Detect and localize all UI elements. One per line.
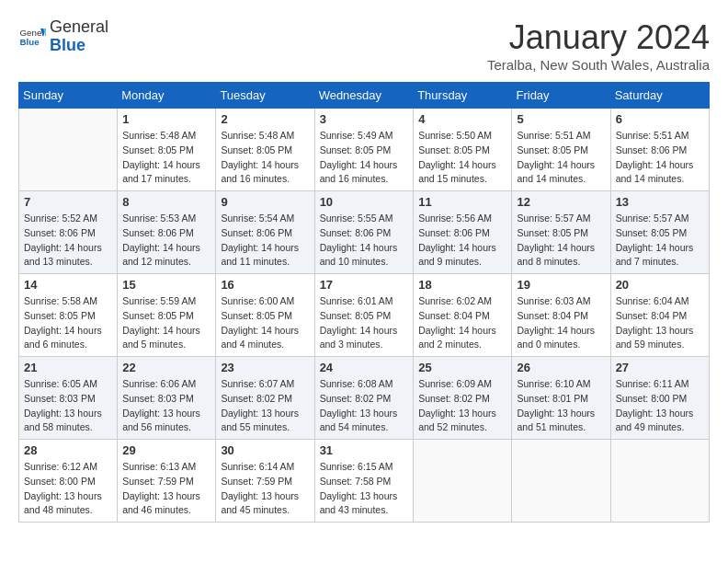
- calendar-cell: 16Sunrise: 6:00 AMSunset: 8:05 PMDayligh…: [216, 274, 314, 357]
- svg-text:Blue: Blue: [20, 37, 40, 47]
- calendar-cell: 24Sunrise: 6:08 AMSunset: 8:02 PMDayligh…: [314, 357, 414, 440]
- day-info: Sunrise: 5:48 AMSunset: 8:05 PMDaylight:…: [122, 129, 210, 187]
- calendar-cell: 18Sunrise: 6:02 AMSunset: 8:04 PMDayligh…: [414, 274, 512, 357]
- day-number: 21: [24, 361, 112, 374]
- calendar-cell: 7Sunrise: 5:52 AMSunset: 8:06 PMDaylight…: [19, 191, 118, 274]
- calendar-cell: 23Sunrise: 6:07 AMSunset: 8:02 PMDayligh…: [216, 357, 314, 440]
- day-info: Sunrise: 6:05 AMSunset: 8:03 PMDaylight:…: [24, 377, 112, 435]
- calendar-cell: 20Sunrise: 6:04 AMSunset: 8:04 PMDayligh…: [610, 274, 709, 357]
- day-info: Sunrise: 6:11 AMSunset: 8:00 PMDaylight:…: [616, 377, 704, 435]
- logo-general: General: [50, 17, 108, 36]
- day-number: 20: [616, 278, 704, 292]
- day-info: Sunrise: 6:06 AMSunset: 8:03 PMDaylight:…: [122, 377, 210, 435]
- col-thursday: Thursday: [414, 83, 512, 109]
- calendar-week-row: 1Sunrise: 5:48 AMSunset: 8:05 PMDaylight…: [19, 109, 710, 191]
- day-info: Sunrise: 5:51 AMSunset: 8:06 PMDaylight:…: [616, 129, 704, 187]
- calendar-cell: 10Sunrise: 5:55 AMSunset: 8:06 PMDayligh…: [314, 191, 414, 274]
- calendar-cell: 17Sunrise: 6:01 AMSunset: 8:05 PMDayligh…: [314, 274, 414, 357]
- day-number: 2: [221, 112, 309, 126]
- day-info: Sunrise: 6:09 AMSunset: 8:02 PMDaylight:…: [418, 377, 506, 435]
- day-info: Sunrise: 6:15 AMSunset: 7:58 PMDaylight:…: [320, 460, 409, 518]
- calendar-cell: 11Sunrise: 5:56 AMSunset: 8:06 PMDayligh…: [414, 191, 512, 274]
- day-info: Sunrise: 6:13 AMSunset: 7:59 PMDaylight:…: [122, 460, 210, 518]
- calendar-cell: [512, 440, 610, 523]
- calendar-week-row: 21Sunrise: 6:05 AMSunset: 8:03 PMDayligh…: [19, 357, 710, 440]
- day-number: 4: [418, 112, 506, 126]
- day-number: 19: [517, 278, 605, 292]
- title-area: January 2024 Teralba, New South Wales, A…: [487, 18, 710, 73]
- day-number: 23: [221, 361, 309, 374]
- calendar-cell: 19Sunrise: 6:03 AMSunset: 8:04 PMDayligh…: [512, 274, 610, 357]
- day-number: 25: [418, 361, 506, 374]
- day-info: Sunrise: 5:48 AMSunset: 8:05 PMDaylight:…: [221, 129, 309, 187]
- day-info: Sunrise: 5:55 AMSunset: 8:06 PMDaylight:…: [320, 212, 409, 270]
- calendar-cell: 30Sunrise: 6:14 AMSunset: 7:59 PMDayligh…: [216, 440, 314, 523]
- logo-text: General Blue: [50, 18, 108, 55]
- day-number: 1: [122, 112, 210, 126]
- day-info: Sunrise: 5:53 AMSunset: 8:06 PMDaylight:…: [122, 212, 210, 270]
- calendar-cell: 9Sunrise: 5:54 AMSunset: 8:06 PMDaylight…: [216, 191, 314, 274]
- day-info: Sunrise: 6:14 AMSunset: 7:59 PMDaylight:…: [221, 460, 309, 518]
- calendar-cell: 2Sunrise: 5:48 AMSunset: 8:05 PMDaylight…: [216, 109, 314, 191]
- calendar-cell: 25Sunrise: 6:09 AMSunset: 8:02 PMDayligh…: [414, 357, 512, 440]
- calendar-cell: 5Sunrise: 5:51 AMSunset: 8:05 PMDaylight…: [512, 109, 610, 191]
- day-number: 30: [221, 443, 309, 457]
- day-info: Sunrise: 6:04 AMSunset: 8:04 PMDaylight:…: [616, 294, 704, 352]
- calendar-cell: [414, 440, 512, 523]
- day-number: 17: [320, 278, 409, 292]
- page-header: General Blue General Blue January 2024 T…: [18, 18, 710, 73]
- calendar-header-row: Sunday Monday Tuesday Wednesday Thursday…: [19, 83, 710, 109]
- calendar-cell: 1Sunrise: 5:48 AMSunset: 8:05 PMDaylight…: [118, 109, 216, 191]
- day-info: Sunrise: 5:50 AMSunset: 8:05 PMDaylight:…: [418, 129, 506, 187]
- logo-blue: Blue: [50, 36, 85, 54]
- calendar-week-row: 28Sunrise: 6:12 AMSunset: 8:00 PMDayligh…: [19, 440, 710, 523]
- day-info: Sunrise: 5:59 AMSunset: 8:05 PMDaylight:…: [122, 294, 210, 352]
- logo: General Blue General Blue: [18, 18, 108, 55]
- day-number: 3: [320, 112, 409, 126]
- calendar-cell: 29Sunrise: 6:13 AMSunset: 7:59 PMDayligh…: [118, 440, 216, 523]
- col-sunday: Sunday: [19, 83, 118, 109]
- calendar-table: Sunday Monday Tuesday Wednesday Thursday…: [18, 82, 710, 523]
- day-number: 5: [517, 112, 605, 126]
- day-number: 16: [221, 278, 309, 292]
- calendar-cell: 14Sunrise: 5:58 AMSunset: 8:05 PMDayligh…: [19, 274, 118, 357]
- calendar-cell: 15Sunrise: 5:59 AMSunset: 8:05 PMDayligh…: [118, 274, 216, 357]
- day-number: 14: [24, 278, 112, 292]
- day-number: 6: [616, 112, 704, 126]
- day-info: Sunrise: 6:00 AMSunset: 8:05 PMDaylight:…: [221, 294, 309, 352]
- day-info: Sunrise: 5:58 AMSunset: 8:05 PMDaylight:…: [24, 294, 112, 352]
- day-number: 13: [616, 195, 704, 209]
- col-wednesday: Wednesday: [314, 83, 414, 109]
- day-info: Sunrise: 6:07 AMSunset: 8:02 PMDaylight:…: [221, 377, 309, 435]
- day-number: 11: [418, 195, 506, 209]
- day-info: Sunrise: 6:12 AMSunset: 8:00 PMDaylight:…: [24, 460, 112, 518]
- col-friday: Friday: [512, 83, 610, 109]
- day-number: 10: [320, 195, 409, 209]
- calendar-cell: 3Sunrise: 5:49 AMSunset: 8:05 PMDaylight…: [314, 109, 414, 191]
- logo-icon: General Blue: [18, 23, 46, 51]
- day-info: Sunrise: 6:02 AMSunset: 8:04 PMDaylight:…: [418, 294, 506, 352]
- day-number: 12: [517, 195, 605, 209]
- location: Teralba, New South Wales, Australia: [487, 57, 710, 73]
- calendar-cell: [610, 440, 709, 523]
- day-info: Sunrise: 6:10 AMSunset: 8:01 PMDaylight:…: [517, 377, 605, 435]
- day-info: Sunrise: 5:49 AMSunset: 8:05 PMDaylight:…: [320, 129, 409, 187]
- calendar-cell: [19, 109, 118, 191]
- day-info: Sunrise: 6:01 AMSunset: 8:05 PMDaylight:…: [320, 294, 409, 352]
- day-info: Sunrise: 5:57 AMSunset: 8:05 PMDaylight:…: [517, 212, 605, 270]
- day-number: 31: [320, 443, 409, 457]
- day-number: 28: [24, 443, 112, 457]
- calendar-cell: 4Sunrise: 5:50 AMSunset: 8:05 PMDaylight…: [414, 109, 512, 191]
- day-info: Sunrise: 5:57 AMSunset: 8:05 PMDaylight:…: [616, 212, 704, 270]
- calendar-cell: 8Sunrise: 5:53 AMSunset: 8:06 PMDaylight…: [118, 191, 216, 274]
- day-number: 27: [616, 361, 704, 374]
- calendar-cell: 6Sunrise: 5:51 AMSunset: 8:06 PMDaylight…: [610, 109, 709, 191]
- day-number: 18: [418, 278, 506, 292]
- day-number: 8: [122, 195, 210, 209]
- day-number: 7: [24, 195, 112, 209]
- calendar-cell: 31Sunrise: 6:15 AMSunset: 7:58 PMDayligh…: [314, 440, 414, 523]
- col-tuesday: Tuesday: [216, 83, 314, 109]
- day-number: 22: [122, 361, 210, 374]
- calendar-cell: 22Sunrise: 6:06 AMSunset: 8:03 PMDayligh…: [118, 357, 216, 440]
- calendar-cell: 12Sunrise: 5:57 AMSunset: 8:05 PMDayligh…: [512, 191, 610, 274]
